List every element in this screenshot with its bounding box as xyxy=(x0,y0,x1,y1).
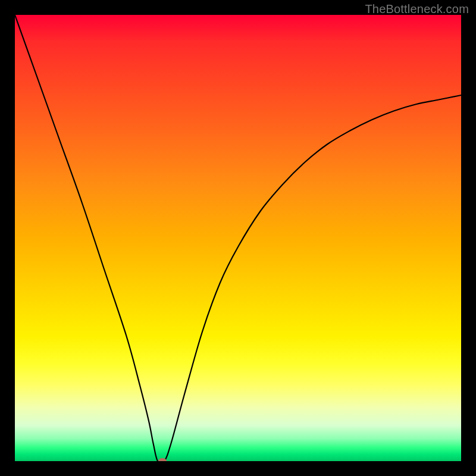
chart-frame: TheBottleneck.com xyxy=(0,0,476,476)
bottleneck-curve-path xyxy=(15,15,461,461)
curve-svg xyxy=(15,15,461,461)
watermark-text: TheBottleneck.com xyxy=(365,2,469,16)
plot-area xyxy=(15,15,461,461)
